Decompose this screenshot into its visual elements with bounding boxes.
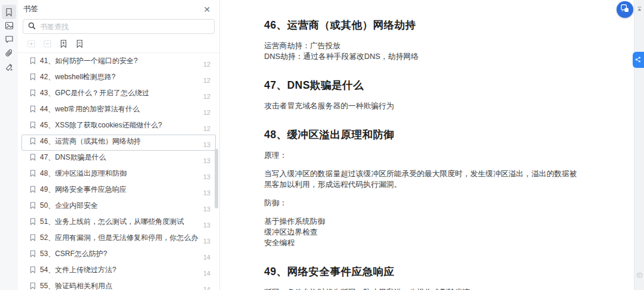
- paragraph-line: 运营商劫持：广告投放: [264, 40, 584, 51]
- section-heading: 49、网络安全事件应急响应: [264, 264, 584, 279]
- paragraph-line: 安全编程: [264, 238, 584, 248]
- bookmark-item[interactable]: 49、网络安全事件应急响应13: [21, 183, 216, 199]
- bookmark-item-page: 13: [203, 157, 210, 164]
- document-page: 46、运营商（或其他）网络劫持运营商劫持：广告投放DNS劫持：通过各种手段篡改D…: [221, 0, 584, 290]
- bookmark-item-page: 13: [203, 222, 210, 229]
- section-paragraph: 防御：: [264, 198, 584, 208]
- translate-extension-icon: [620, 4, 630, 15]
- bookmark-item[interactable]: 54、文件上传绕过方法?14: [21, 263, 216, 279]
- document-section: 48、缓冲区溢出原理和防御原理：当写入缓冲区的数据量超过该缓冲区所能承受的最大限…: [264, 127, 584, 248]
- close-icon[interactable]: ✕: [202, 4, 212, 15]
- bookmark-item[interactable]: 41、如何防护一个端口的安全?12: [21, 54, 216, 70]
- paragraph-line: 攻击者冒充域名服务器的一种欺骗行为: [264, 101, 584, 111]
- bookmark-list: 41、如何防护一个端口的安全?1242、webshell检测思路?1243、GP…: [18, 52, 219, 290]
- section-heading: 48、缓冲区溢出原理和防御: [264, 127, 584, 142]
- bookmark-search-box: [23, 19, 215, 34]
- page-widget-icon[interactable]: [637, 269, 642, 280]
- bookmark-icon: [30, 121, 36, 129]
- bookmark-item-page: 12: [203, 77, 210, 84]
- rail-tab-images[interactable]: [2, 18, 16, 33]
- section-heading: 47、DNS欺骗是什么: [264, 78, 584, 92]
- paragraph-line: 基于操作系统防御: [264, 216, 584, 227]
- bookmark-item-label: 49、网络安全事件应急响应: [40, 185, 203, 194]
- add-bookmark-icon[interactable]: [58, 39, 68, 48]
- bookmark-item[interactable]: 50、企业内部安全13: [21, 199, 216, 215]
- bookmark-item[interactable]: 46、运营商（或其他）网络劫持13: [21, 135, 216, 151]
- bookmark-item-label: 51、业务上线前，怎么测试，从哪些角度测试: [40, 217, 203, 226]
- bookmark-item-label: 44、web常用的加密算法有什么: [40, 105, 203, 114]
- bookmark-item-page: 14: [203, 270, 210, 277]
- section-heading: 46、运营商（或其他）网络劫持: [264, 18, 584, 32]
- bookmark-icon: [30, 170, 36, 177]
- bookmark-item-page: 14: [203, 286, 210, 290]
- section-paragraph: 当写入缓冲区的数据量超过该缓冲区所能承受的最大限度时，发生缓冲区溢出，溢出的数据…: [264, 169, 584, 190]
- pdf-reader-window: 书签 ✕ 41、如何防护一个端口的安全?1242、webshell检测思路?12…: [0, 0, 644, 290]
- bookmark-item-page: 13: [203, 238, 210, 245]
- collapse-all-icon[interactable]: [42, 39, 52, 48]
- panel-title: 书签: [23, 4, 38, 14]
- bookmark-icon: [30, 202, 36, 209]
- bookmark-item[interactable]: 53、CSRF怎么防护?14: [21, 247, 216, 263]
- bookmark-item-label: 53、CSRF怎么防护?: [40, 250, 203, 258]
- scroll-to-top-icon[interactable]: [637, 3, 642, 14]
- bookmark-search-input[interactable]: [40, 23, 209, 31]
- bookmark-item[interactable]: 45、XSS除了获取cookies还能做什么?12: [21, 119, 216, 135]
- bookmark-item[interactable]: 55、验证码相关利用点14: [21, 279, 216, 290]
- bookmark-icon: [5, 8, 13, 17]
- attachment-icon: [5, 49, 13, 58]
- paragraph-line: 断网：条件允许时优先断网，防止黑客进一步操作或删除痕迹: [264, 287, 584, 290]
- rail-tab-signature[interactable]: [2, 60, 16, 74]
- document-viewport: 46、运营商（或其他）网络劫持运营商劫持：广告投放DNS劫持：通过各种手段篡改D…: [221, 0, 634, 290]
- bookmark-item[interactable]: 44、web常用的加密算法有什么12: [21, 102, 216, 119]
- bookmark-item-label: 47、DNS欺骗是什么: [40, 153, 203, 162]
- remove-bookmark-icon[interactable]: [75, 39, 84, 48]
- bookmark-item-label: 50、企业内部安全: [40, 201, 203, 210]
- bookmark-item[interactable]: 47、DNS欺骗是什么13: [21, 151, 216, 167]
- bookmark-item[interactable]: 42、webshell检测思路?12: [21, 70, 216, 86]
- bookmark-item[interactable]: 51、业务上线前，怎么测试，从哪些角度测试13: [21, 215, 216, 231]
- bookmark-icon: [30, 234, 36, 241]
- signature-stamp-icon: [5, 63, 14, 71]
- search-icon: [28, 21, 40, 32]
- bookmark-icon: [30, 105, 36, 113]
- bookmark-item-label: 46、运营商（或其他）网络劫持: [40, 137, 203, 146]
- bookmark-icon: [30, 154, 36, 161]
- document-scrollbar[interactable]: [634, 0, 644, 290]
- bookmark-item-page: 12: [203, 109, 210, 116]
- bookmark-icon: [30, 218, 36, 225]
- bookmark-icon: [30, 73, 36, 80]
- bookmark-item-label: 48、缓冲区溢出原理和防御: [40, 169, 203, 178]
- translate-extension-button[interactable]: [617, 1, 633, 18]
- bookmarks-panel: 书签 ✕ 41、如何防护一个端口的安全?1242、webshell检测思路?12…: [18, 0, 220, 290]
- bookmark-item[interactable]: 43、GPC是什么？开启了怎么绕过12: [21, 86, 216, 102]
- bookmark-icon: [30, 266, 36, 273]
- bookmark-icon: [30, 57, 36, 64]
- bookmark-item[interactable]: 48、缓冲区溢出原理和防御13: [21, 167, 216, 183]
- bookmark-item-label: 45、XSS除了获取cookies还能做什么?: [40, 121, 203, 130]
- side-widget-handle[interactable]: [633, 52, 644, 68]
- panel-scrollbar-thumb[interactable]: [215, 149, 218, 208]
- section-paragraph: 运营商劫持：广告投放DNS劫持：通过各种手段篡改DNS，劫持网络: [264, 40, 584, 62]
- bookmark-item-page: 12: [203, 125, 210, 132]
- rail-tab-attachments[interactable]: [2, 46, 16, 60]
- bookmark-item-label: 52、应用有漏洞，但是无法修复和停用，你怎么办: [40, 233, 203, 242]
- section-paragraph: 攻击者冒充域名服务器的一种欺骗行为: [264, 101, 584, 111]
- bookmark-item-page: 13: [203, 205, 210, 213]
- paragraph-line: DNS劫持：通过各种手段篡改DNS，劫持网络: [264, 51, 584, 62]
- bookmark-item-label: 55、验证码相关利用点: [40, 282, 203, 290]
- rail-tab-comments[interactable]: [2, 32, 16, 46]
- bookmark-item[interactable]: 52、应用有漏洞，但是无法修复和停用，你怎么办13: [21, 231, 216, 247]
- bookmark-toolbar: [18, 34, 219, 53]
- bookmark-icon: [30, 186, 36, 193]
- rail-tab-bookmarks[interactable]: [2, 5, 16, 19]
- bookmark-item-page: 13: [203, 189, 210, 197]
- image-icon: [5, 21, 14, 30]
- bookmark-item-label: 43、GPC是什么？开启了怎么绕过: [40, 89, 203, 98]
- document-section: 49、网络安全事件应急响应断网：条件允许时优先断网，防止黑客进一步操作或删除痕迹…: [264, 264, 584, 290]
- document-section: 47、DNS欺骗是什么攻击者冒充域名服务器的一种欺骗行为: [264, 78, 584, 111]
- section-paragraph: 原理：: [264, 150, 584, 161]
- expand-all-icon[interactable]: [26, 39, 36, 48]
- bookmark-icon: [30, 138, 36, 145]
- bookmark-item-page: 14: [203, 254, 210, 261]
- paragraph-line: 防御：: [264, 198, 584, 208]
